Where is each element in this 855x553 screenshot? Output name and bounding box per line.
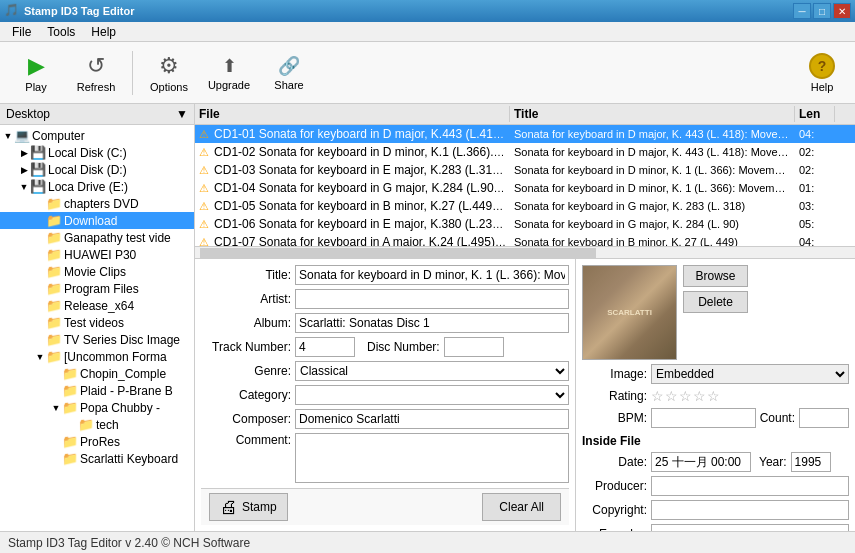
artwork-buttons: Browse Delete	[683, 265, 748, 360]
options-button[interactable]: ⚙ Options	[141, 47, 197, 99]
tree-item-localE[interactable]: ▼ 💾 Loca Drive (E:)	[0, 178, 194, 195]
tree-item-uncommonFormat[interactable]: ▼ 📁 [Uncommon Forma	[0, 348, 194, 365]
artist-input[interactable]	[295, 289, 569, 309]
genre-select[interactable]: Classical Rock Pop Jazz	[295, 361, 569, 381]
tree-item-download[interactable]: 📁 Download	[0, 212, 194, 229]
download-icon: 📁	[46, 213, 62, 228]
play-button[interactable]: ▶ Play	[8, 47, 64, 99]
delete-button[interactable]: Delete	[683, 291, 748, 313]
maximize-button[interactable]: □	[813, 3, 831, 19]
expand-proRes	[50, 436, 62, 448]
tree-item-chopinComple[interactable]: 📁 Chopin_Comple	[0, 365, 194, 382]
bpm-label: BPM:	[582, 411, 647, 425]
tree-item-tech[interactable]: 📁 tech	[0, 416, 194, 433]
table-row[interactable]: ⚠ CD1-02 Sonata for keyboard in D minor,…	[195, 143, 855, 161]
expand-localD: ▶	[18, 164, 30, 176]
ganapathy-icon: 📁	[46, 230, 62, 245]
menu-help[interactable]: Help	[83, 23, 124, 41]
browse-button[interactable]: Browse	[683, 265, 748, 287]
tree-item-plaid[interactable]: 📁 Plaid - P-Brane B	[0, 382, 194, 399]
tree-item-tvSeries[interactable]: 📁 TV Series Disc Image	[0, 331, 194, 348]
image-select[interactable]: Embedded	[651, 364, 849, 384]
tree-item-ganapathy[interactable]: 📁 Ganapathy test vide	[0, 229, 194, 246]
disc-input[interactable]	[444, 337, 504, 357]
rating-row: Rating: ☆ ☆ ☆ ☆ ☆	[582, 388, 849, 404]
image-row: Image: Embedded	[582, 364, 849, 384]
tree-item-localD[interactable]: ▶ 💾 Local Disk (D:)	[0, 161, 194, 178]
tree-item-chaptersDVD[interactable]: 📁 chapters DVD	[0, 195, 194, 212]
star-1[interactable]: ☆	[651, 388, 664, 404]
table-row[interactable]: ⚠ CD1-03 Sonata for keyboard in E major,…	[195, 161, 855, 179]
file-cell-name: ⚠ CD1-07 Sonata for keyboard in A major,…	[195, 234, 510, 246]
tree-header: Desktop ▼	[0, 104, 194, 125]
table-row[interactable]: ⚠ CD1-07 Sonata for keyboard in A major,…	[195, 233, 855, 246]
year-input[interactable]	[791, 452, 831, 472]
producer-input[interactable]	[651, 476, 849, 496]
refresh-label: Refresh	[77, 81, 116, 93]
expand-uncommonFormat: ▼	[34, 351, 46, 363]
comment-textarea[interactable]	[295, 433, 569, 483]
tree-item-localC[interactable]: ▶ 💾 Local Disk (C:)	[0, 144, 194, 161]
date-input[interactable]	[651, 452, 751, 472]
file-cell-title: Sonata for keyboard in G major, K. 283 (…	[510, 199, 795, 213]
tree-body: ▼ 💻 Computer ▶ 💾 Local Disk (C:) ▶ 💾 Loc…	[0, 125, 194, 469]
share-icon: 🔗	[278, 55, 300, 77]
tree-label-download: Download	[64, 214, 117, 228]
star-3[interactable]: ☆	[679, 388, 692, 404]
count-input[interactable]	[799, 408, 849, 428]
testVideos-icon: 📁	[46, 315, 62, 330]
localC-icon: 💾	[30, 145, 46, 160]
stamp-button[interactable]: 🖨 Stamp	[209, 493, 288, 521]
album-input[interactable]	[295, 313, 569, 333]
menu-file[interactable]: File	[4, 23, 39, 41]
expand-testVideos	[34, 317, 46, 329]
composer-input[interactable]	[295, 409, 569, 429]
right-panel: File Title Len ⚠ CD1-01 Sonata for keybo…	[195, 104, 855, 531]
genre-label: Genre:	[201, 364, 291, 378]
refresh-button[interactable]: ↺ Refresh	[68, 47, 124, 99]
share-button[interactable]: 🔗 Share	[261, 47, 317, 99]
tree-item-proRes[interactable]: 📁 ProRes	[0, 433, 194, 450]
clear-all-button[interactable]: Clear All	[482, 493, 561, 521]
tree-collapse-icon[interactable]: ▼	[176, 107, 188, 121]
tree-item-testVideos[interactable]: 📁 Test videos	[0, 314, 194, 331]
tree-item-scarlattiKeyboard[interactable]: 📁 Scarlatti Keyboard	[0, 450, 194, 467]
title-input[interactable]	[295, 265, 569, 285]
tree-item-huawei[interactable]: 📁 HUAWEI P30	[0, 246, 194, 263]
tree-label-chopinComple: Chopin_Comple	[80, 367, 166, 381]
star-5[interactable]: ☆	[707, 388, 720, 404]
category-select[interactable]	[295, 385, 569, 405]
minimize-button[interactable]: ─	[793, 3, 811, 19]
expand-tvSeries	[34, 334, 46, 346]
file-list-scrollbar[interactable]	[195, 246, 855, 258]
composer-label: Composer:	[201, 412, 291, 426]
tree-item-computer[interactable]: ▼ 💻 Computer	[0, 127, 194, 144]
tree-item-popaChubby[interactable]: ▼ 📁 Popa Chubby -	[0, 399, 194, 416]
copyright-input[interactable]	[651, 500, 849, 520]
tree-item-movieClips[interactable]: 📁 Movie Clips	[0, 263, 194, 280]
rating-stars[interactable]: ☆ ☆ ☆ ☆ ☆	[651, 388, 720, 404]
table-row[interactable]: ⚠ CD1-06 Sonata for keyboard in E major,…	[195, 215, 855, 233]
tree-label-localC: Local Disk (C:)	[48, 146, 127, 160]
tree-item-programFiles[interactable]: 📁 Program Files	[0, 280, 194, 297]
table-row[interactable]: ⚠ CD1-05 Sonata for keyboard in B minor,…	[195, 197, 855, 215]
upgrade-button[interactable]: ⬆ Upgrade	[201, 47, 257, 99]
star-4[interactable]: ☆	[693, 388, 706, 404]
expand-scarlattiKeyboard	[50, 453, 62, 465]
menu-tools[interactable]: Tools	[39, 23, 83, 41]
bpm-row: BPM: Count:	[582, 408, 849, 428]
help-button[interactable]: ? Help	[797, 47, 847, 99]
track-input[interactable]	[295, 337, 355, 357]
star-2[interactable]: ☆	[665, 388, 678, 404]
tree-item-releaseX64[interactable]: 📁 Release_x64	[0, 297, 194, 314]
table-row[interactable]: ⚠ CD1-01 Sonata for keyboard in D major,…	[195, 125, 855, 143]
scarlattiKeyboard-icon: 📁	[62, 451, 78, 466]
folder-tree-panel: Desktop ▼ ▼ 💻 Computer ▶ 💾 Local Disk (C…	[0, 104, 195, 531]
programFiles-icon: 📁	[46, 281, 62, 296]
bpm-input[interactable]	[651, 408, 756, 428]
expand-movieClips	[34, 266, 46, 278]
close-button[interactable]: ✕	[833, 3, 851, 19]
encoder-input[interactable]	[651, 524, 849, 531]
table-row[interactable]: ⚠ CD1-04 Sonata for keyboard in G major,…	[195, 179, 855, 197]
artwork-panel: SCARLATTI Browse Delete Image: Embedded	[575, 259, 855, 531]
